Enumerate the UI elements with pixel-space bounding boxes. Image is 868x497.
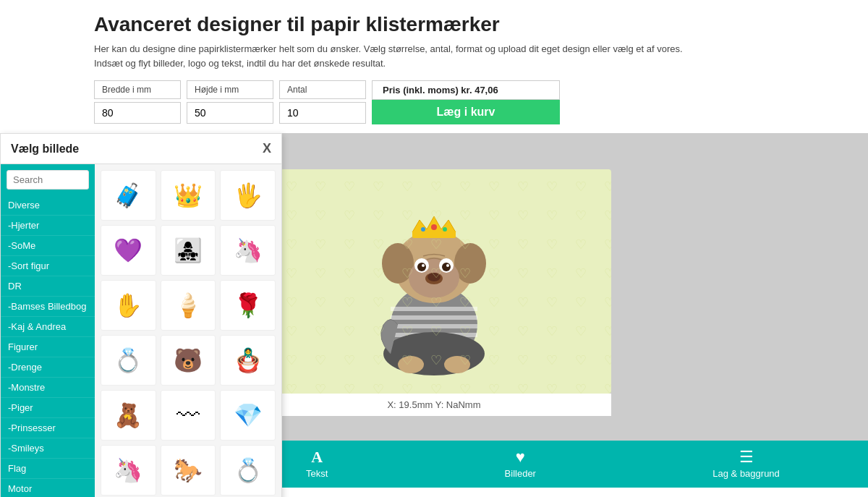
svg-rect-3 xyxy=(391,324,477,328)
search-container xyxy=(1,164,95,195)
price-label: Pris (inkl. moms) kr. 47,06 xyxy=(372,80,560,100)
page-wrapper: Avanceret designer til papir klistermærk… xyxy=(0,0,868,497)
panel-body: Diverse-Hjerter-SoMe-Sort figurDR-Bamses… xyxy=(1,164,281,497)
svg-rect-2 xyxy=(391,315,477,320)
width-label: Bredde i mm xyxy=(94,80,181,99)
svg-point-15 xyxy=(446,264,449,267)
main-area: X: 19.5mm Y: NaNmm 🖼 Baggrund A Tekst ♥ … xyxy=(0,133,868,488)
image-cell-unicorn[interactable]: 🦄 xyxy=(101,445,156,496)
svg-point-22 xyxy=(443,227,447,231)
image-cell-ring[interactable]: 💍 xyxy=(101,335,156,386)
svg-point-8 xyxy=(454,243,486,284)
height-field-group: Højde i mm xyxy=(187,80,273,124)
svg-point-10 xyxy=(414,258,429,273)
quantity-label: Antal xyxy=(279,80,366,99)
image-cell-teddy[interactable]: 🧸 xyxy=(101,390,156,441)
category-item[interactable]: Flag xyxy=(1,459,95,479)
category-item[interactable]: -Bamses Billedbog xyxy=(1,297,95,317)
text-icon: A xyxy=(311,449,323,465)
category-item[interactable]: -Drenge xyxy=(1,357,95,378)
image-cell-crown[interactable]: 👑 xyxy=(161,170,216,221)
layers-icon: ☰ xyxy=(739,449,754,465)
coordinates-bar: X: 19.5mm Y: NaNmm xyxy=(257,394,611,416)
heart-icon: ♥ xyxy=(516,449,525,465)
panel-header: Vælg billede X xyxy=(1,134,281,164)
panel-title: Vælg billede xyxy=(11,143,79,156)
toolbar-label-tekst: Tekst xyxy=(306,468,328,479)
svg-point-12 xyxy=(417,263,426,271)
svg-rect-19 xyxy=(412,231,456,238)
svg-point-16 xyxy=(425,273,443,284)
toolbar-label-billeder: Billeder xyxy=(505,468,536,479)
svg-rect-1 xyxy=(391,307,477,311)
image-cell-ring2[interactable]: 💍 xyxy=(220,445,276,496)
top-section: Avanceret designer til papir klistermærk… xyxy=(0,0,868,133)
quantity-field-group: Antal xyxy=(279,80,366,124)
svg-point-6 xyxy=(394,231,474,303)
add-to-cart-button[interactable]: Læg i kurv xyxy=(372,100,560,124)
category-sidebar: Diverse-Hjerter-SoMe-Sort figurDR-Bamses… xyxy=(1,164,95,497)
page-description: Her kan du designe dine papirklistermærk… xyxy=(94,42,774,70)
category-item[interactable]: -Smileys xyxy=(1,438,95,459)
svg-point-14 xyxy=(422,264,425,267)
svg-point-7 xyxy=(382,243,414,284)
svg-point-11 xyxy=(439,258,454,273)
svg-marker-18 xyxy=(412,216,456,232)
price-group: Pris (inkl. moms) kr. 47,06 Læg i kurv xyxy=(372,80,560,124)
toolbar-item-lag[interactable]: ☰ Lag & baggrund xyxy=(698,446,794,482)
image-cell-hand[interactable]: ✋ xyxy=(101,280,156,331)
toolbar-item-billeder[interactable]: ♥ Billeder xyxy=(490,446,550,482)
svg-point-13 xyxy=(442,263,451,271)
image-grid: 🧳👑🖐💜👩‍👧‍👧🦄✋🍦🌹💍🐻🪆🧸〰💎🦄🐎💍🧁🎈🍩 xyxy=(95,164,281,497)
page-title: Avanceret designer til papir klistermærk… xyxy=(94,13,774,36)
image-cell-cupid[interactable]: 🦄 xyxy=(220,225,276,276)
height-input[interactable] xyxy=(187,102,273,124)
image-cell-icecream[interactable]: 🍦 xyxy=(161,280,216,331)
svg-point-20 xyxy=(431,224,437,230)
svg-point-21 xyxy=(421,227,425,231)
category-item[interactable]: Figurer xyxy=(1,337,95,357)
category-item[interactable]: Diverse xyxy=(1,195,95,216)
category-item[interactable]: -Hjerter xyxy=(1,216,95,236)
category-item[interactable]: -Prinsesser xyxy=(1,418,95,438)
image-cell-hamsa[interactable]: 🖐 xyxy=(220,170,276,221)
svg-point-5 xyxy=(383,332,485,375)
toolbar-label-lag: Lag & baggrund xyxy=(712,468,780,479)
category-item[interactable]: -Piger xyxy=(1,398,95,418)
svg-point-17 xyxy=(427,273,441,281)
category-item[interactable]: DR xyxy=(1,276,95,297)
form-row: Bredde i mm Højde i mm Antal Pris (inkl.… xyxy=(94,80,774,124)
search-input[interactable] xyxy=(7,170,89,190)
image-cell-heart-balloon[interactable]: 💜 xyxy=(101,225,156,276)
svg-point-23 xyxy=(398,356,424,373)
dog-illustration xyxy=(354,180,514,383)
image-cell-briefcase[interactable]: 🧳 xyxy=(101,170,156,221)
height-label: Højde i mm xyxy=(187,80,273,99)
image-cell-matryoshka[interactable]: 🪆 xyxy=(220,335,276,386)
category-item[interactable]: -Sort figur xyxy=(1,256,95,276)
category-item[interactable]: -Monstre xyxy=(1,378,95,398)
toolbar-item-tekst[interactable]: A Tekst xyxy=(292,446,342,482)
image-cell-dolls[interactable]: 👩‍👧‍👧 xyxy=(161,225,216,276)
svg-point-24 xyxy=(444,356,470,373)
panel-close-button[interactable]: X xyxy=(263,141,271,156)
image-cell-flower[interactable]: 🌹 xyxy=(220,280,276,331)
width-field-group: Bredde i mm xyxy=(94,80,181,124)
image-cell-horse[interactable]: 🐎 xyxy=(161,445,216,496)
image-cell-bear[interactable]: 🐻 xyxy=(161,335,216,386)
image-panel: Vælg billede X Diverse-Hjerter-SoMe-Sort… xyxy=(0,133,282,497)
quantity-input[interactable] xyxy=(279,102,366,124)
svg-point-9 xyxy=(409,258,459,298)
image-cell-wave[interactable]: 〰 xyxy=(161,390,216,441)
category-item[interactable]: -Kaj & Andrea xyxy=(1,317,95,337)
image-cell-diamond[interactable]: 💎 xyxy=(220,390,276,441)
svg-rect-4 xyxy=(391,333,477,337)
width-input[interactable] xyxy=(94,102,181,124)
categories-list: Diverse-Hjerter-SoMe-Sort figurDR-Bamses… xyxy=(1,195,95,497)
category-item[interactable]: -SoMe xyxy=(1,236,95,256)
sticker-canvas[interactable] xyxy=(257,169,611,394)
svg-point-0 xyxy=(391,285,477,365)
category-item[interactable]: Motor xyxy=(1,479,95,497)
